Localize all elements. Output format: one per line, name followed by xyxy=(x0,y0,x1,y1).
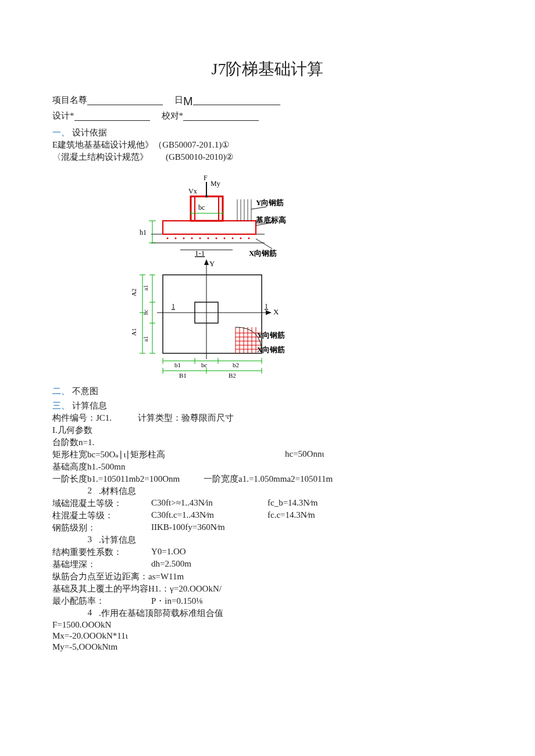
g4-r2: Mx=-20.OOOkN*11ι xyxy=(52,631,483,641)
g2-r3-a: 钢筋级别： xyxy=(52,522,151,533)
svg-rect-2 xyxy=(163,221,256,234)
section-2-title: 不意图 xyxy=(72,386,98,396)
svg-point-10 xyxy=(208,238,209,239)
g2-r3: 钢筋级别： IIKB-100fy=360N∕m xyxy=(52,522,483,533)
svg-point-11 xyxy=(216,238,217,239)
label-b1: b1 xyxy=(174,361,181,368)
section-2-num: 二、 xyxy=(52,386,70,396)
group-4-h: 4 .作用在基础顶部荷载标准组合值 xyxy=(52,608,483,619)
label-a1-u: a1 xyxy=(142,285,149,291)
label-b2: b2 xyxy=(233,361,239,368)
g1-span-a: 一阶长度b1.=105011mb2=100Onm xyxy=(52,474,204,485)
project-label: 项目名尊 xyxy=(52,95,87,108)
g3-r2: 基础埋深： dh=2.500m xyxy=(52,559,483,570)
g2-r1-b: C30ft>≈1..43N∕in xyxy=(151,498,268,509)
reviewer-label: 校对* xyxy=(162,110,184,121)
svg-point-9 xyxy=(199,238,201,239)
svg-point-8 xyxy=(191,238,193,239)
date-big: M xyxy=(183,95,193,108)
svg-line-32 xyxy=(256,239,272,249)
g4-r3: My=-5,OOOkNtm xyxy=(52,642,483,652)
label-A1: A1 xyxy=(130,328,137,336)
svg-point-13 xyxy=(232,238,234,239)
svg-point-14 xyxy=(240,238,242,239)
svg-point-12 xyxy=(224,238,226,239)
reviewer-blank xyxy=(183,110,259,121)
g2-r2-a: 柱混凝土等级： xyxy=(52,510,151,521)
g1-steps: 台阶数n=1. xyxy=(52,437,483,448)
g3-r2-a: 基础埋深： xyxy=(52,559,151,570)
label-h1: h1 xyxy=(140,228,147,237)
g4-r1: F=1500.OOOkN xyxy=(52,620,483,630)
svg-rect-3 xyxy=(191,196,223,221)
label-B1: B1 xyxy=(179,372,187,379)
g4-num: 4 xyxy=(70,608,99,619)
page-title: J7阶梯基础计算 xyxy=(52,58,483,80)
g3-num: 3 xyxy=(70,535,99,546)
label-hc: hc xyxy=(142,309,149,315)
group-2-h: 2 .材料信息 xyxy=(52,486,483,497)
g1-span: 一阶长度b1.=105011mb2=100Onm 一阶宽度a1.=1.050mm… xyxy=(52,474,483,485)
label-Vx: Vx xyxy=(188,187,197,195)
g1-span-b: 一阶宽度a1.=1.050mma2=105011m xyxy=(204,474,333,485)
ref-line-2: 〈混凝土结构设计规范》 (GB50010-2010)② xyxy=(52,152,483,163)
section-1-title: 设计依据 xyxy=(72,128,107,137)
g3-r5-a: 最小配筋率： xyxy=(52,596,151,607)
label-My: My xyxy=(211,180,220,188)
g2-r2-c: fc.c=14.3N∕m xyxy=(268,510,372,521)
label-Xrebar2: X向钢筋 xyxy=(257,345,285,354)
label-bc: bc xyxy=(201,361,208,368)
g3-r5: 最小配筋率： P・in=0.150⅛ xyxy=(52,596,483,607)
g2-r3-b: IIKB-100fy=360N∕m xyxy=(151,522,268,533)
foundation-diagram: F My Vx bc Y向钢筋 基底标高 1-1 X向钢筋 h1 Y X 1 1 xyxy=(122,167,291,382)
date-label-prefix: 日 xyxy=(174,95,183,108)
label-B2: B2 xyxy=(229,372,236,379)
svg-marker-34 xyxy=(204,259,209,265)
g3-r4: 基础及其上覆土的平均容H1.：γ=20.OOOkN/ xyxy=(52,583,483,594)
g2-title: .材料信息 xyxy=(99,486,136,497)
g3-r1-a: 结构重要性系数： xyxy=(52,547,151,558)
label-Xrebar-top: X向钢筋 xyxy=(249,249,277,257)
label-one-r: 1 xyxy=(265,302,268,310)
g2-r1-a: 域础混凝土等级： xyxy=(52,498,151,509)
g2-r1-c: fc_b=14.3N∕m xyxy=(268,498,372,509)
label-Yrebar2: Y向钢筋 xyxy=(257,331,285,339)
svg-point-7 xyxy=(183,238,185,239)
g3-r2-b: dh=2.500m xyxy=(151,559,191,570)
date-blank xyxy=(193,95,280,105)
label-baselevel: 基底标高 xyxy=(255,216,286,224)
label-X: X xyxy=(273,307,279,316)
g4-title: .作用在基础顶部荷载标准组合值 xyxy=(99,608,223,619)
g3-r5-b: P・in=0.150⅛ xyxy=(151,596,202,607)
project-blank xyxy=(87,95,163,105)
svg-point-22 xyxy=(205,195,208,198)
g2-r2: 柱混凝土等级： C30ft.c=1..43N∕m fc.c=14.3N∕m xyxy=(52,510,483,521)
svg-marker-36 xyxy=(266,310,272,315)
g1-rect: 矩形柱宽bc=50Oₐ∣ι∣矩形柱高 hc=50Onnι xyxy=(52,449,483,460)
label-F: F xyxy=(204,174,208,182)
label-A2: A2 xyxy=(130,289,137,296)
g1-rect-b: hc=50Onnι xyxy=(285,449,390,460)
section-3-num: 三、 xyxy=(52,401,70,410)
g3-r1-b: Y0=1.OO xyxy=(151,547,186,558)
section-1-num: 一、 xyxy=(52,128,70,137)
svg-point-6 xyxy=(175,238,177,239)
label-1-1: 1-1 xyxy=(195,249,205,257)
g3-title: .计算信息 xyxy=(99,535,136,546)
section-2: 二、不意图 xyxy=(52,386,483,397)
svg-point-5 xyxy=(167,238,169,239)
designer-label: 设计* xyxy=(52,110,74,121)
section-1: 一、设计依据 E建筑地基基础设计规他》（GB50007-201.1)① 〈混凝土… xyxy=(52,127,483,382)
section-3: 三、计算信息 构件编号：JC1. 计算类型：验尊限而尺寸 I.几何参数 台阶数n… xyxy=(52,400,483,652)
designer-blank xyxy=(74,110,150,121)
ref-line-1: E建筑地基基础设计规他》（GB50007-201.1)① xyxy=(52,139,483,151)
g3-r1: 结构重要性系数： Y0=1.OO xyxy=(52,547,483,558)
g2-r2-b: C30ft.c=1..43N∕m xyxy=(151,510,268,521)
g2-r1: 域础混凝土等级： C30ft>≈1..43N∕in fc_b=14.3N∕m xyxy=(52,498,483,509)
g3-r3: 纵筋合力点至近边距离：as=W11m xyxy=(52,571,483,582)
group-3-h: 3 .计算信息 xyxy=(52,535,483,546)
g2-num: 2 xyxy=(70,486,99,497)
member-line: 构件编号：JC1. 计算类型：验尊限而尺寸 xyxy=(52,413,483,424)
label-Yrebar: Y向钢筋 xyxy=(256,198,284,207)
svg-rect-37 xyxy=(163,275,262,353)
